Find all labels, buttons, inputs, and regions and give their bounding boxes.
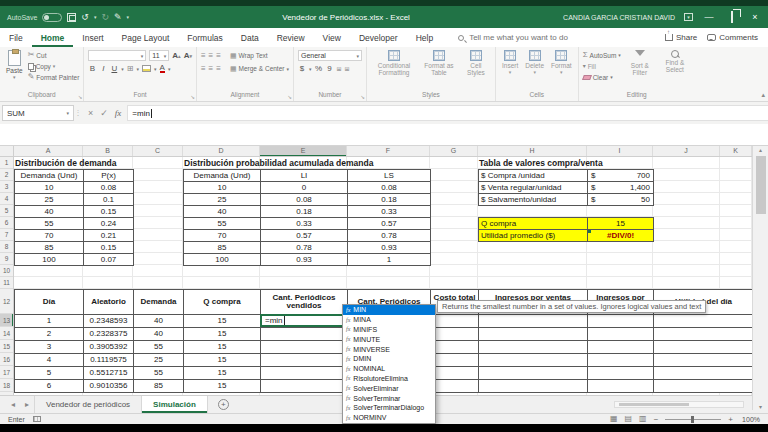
row-header-7[interactable]: 7: [0, 229, 13, 241]
simulacion-header-cell[interactable]: Cant. Periódicos vendidos: [261, 290, 348, 315]
valores-value-cell[interactable]: $50: [588, 194, 654, 206]
acumulada-cell[interactable]: 40: [184, 206, 261, 218]
resumen-label-cell[interactable]: Q compra: [479, 218, 588, 230]
simulacion-cell[interactable]: 0.1119575: [84, 354, 134, 367]
borders-icon[interactable]: ⊞: [127, 65, 134, 73]
acumulada-cell[interactable]: 70: [184, 230, 261, 242]
autocomplete-item-risolutoreelimina[interactable]: fxRisolutoreElimina: [343, 374, 435, 384]
demanda-cell[interactable]: 0.24: [84, 218, 134, 230]
ribbon-tab-data[interactable]: Data: [232, 28, 268, 47]
simulacion-cell[interactable]: 3: [15, 341, 84, 354]
row-header-11[interactable]: 11: [0, 277, 13, 289]
page-layout-view-icon[interactable]: ▤: [625, 415, 633, 423]
insert-cells-button[interactable]: Insert▾: [500, 49, 520, 77]
zoom-slider[interactable]: [665, 419, 721, 420]
ribbon-tab-help[interactable]: Help: [407, 28, 442, 47]
ribbon-tab-review[interactable]: Review: [268, 28, 314, 47]
valores-label-cell[interactable]: $ Venta regular/unidad: [479, 182, 588, 194]
demanda-cell[interactable]: 25: [15, 194, 84, 206]
acumulada-header-cell[interactable]: LS: [348, 170, 431, 182]
autocomplete-item-minute[interactable]: fxMINUTE: [343, 334, 435, 344]
number-format-combo[interactable]: General▾: [298, 50, 362, 61]
simulacion-header-cell[interactable]: Demanda: [134, 290, 184, 315]
resumen-value-cell[interactable]: #DIV/0!: [588, 230, 654, 242]
simulacion-cell[interactable]: [654, 367, 752, 380]
simulacion-cell[interactable]: 15: [184, 354, 261, 367]
name-box[interactable]: SUM▾: [2, 105, 74, 121]
acumulada-cell[interactable]: 0.78: [261, 242, 348, 254]
column-header-B[interactable]: B: [83, 146, 133, 156]
autocomplete-item-solverterminar[interactable]: fxSolverTerminar: [343, 393, 435, 403]
simulacion-cell[interactable]: [261, 354, 348, 367]
clipboard-dialog-launcher-icon[interactable]: ↘: [78, 94, 83, 100]
acumulada-cell[interactable]: 0.33: [348, 206, 431, 218]
tell-me-search[interactable]: Tell me what you want to do: [458, 33, 665, 42]
simulacion-cell[interactable]: [654, 315, 752, 328]
acumulada-cell[interactable]: 0.93: [348, 242, 431, 254]
ribbon-display-options-icon[interactable]: ▾: [684, 13, 693, 21]
simulacion-cell[interactable]: [588, 354, 654, 367]
simulacion-cell[interactable]: 0.2348593: [84, 315, 134, 328]
comma-style-icon[interactable]: 9: [325, 64, 333, 73]
demanda-cell[interactable]: 55: [15, 218, 84, 230]
simulacion-cell[interactable]: 15: [184, 380, 261, 393]
row-header-15[interactable]: 15: [0, 340, 13, 353]
find-select-button[interactable]: Find & Select: [659, 49, 691, 74]
select-all-corner[interactable]: [0, 146, 14, 157]
autocomplete-item-minverse[interactable]: fxMINVERSE: [343, 344, 435, 354]
acumulada-cell[interactable]: 0.33: [261, 218, 348, 230]
sheet-tab-vendedor-de-periódicos[interactable]: Vendedor de periódicos: [34, 396, 142, 413]
acumulada-cell[interactable]: 0.78: [348, 230, 431, 242]
format-as-table-button[interactable]: Format as Table: [420, 49, 458, 77]
sheet-nav-right-icon[interactable]: ▸: [20, 400, 34, 409]
sheet-nav-left-icon[interactable]: ◂: [6, 400, 20, 409]
column-header-C[interactable]: C: [133, 146, 183, 156]
simulacion-cell[interactable]: [431, 380, 479, 393]
acumulada-cell[interactable]: 1: [348, 254, 431, 266]
underline-caret-icon[interactable]: ▾: [121, 66, 124, 72]
undo-icon[interactable]: ↺: [81, 13, 89, 22]
simulacion-cell[interactable]: 2: [15, 328, 84, 341]
simulacion-cell[interactable]: 55: [134, 341, 184, 354]
simulacion-cell[interactable]: [261, 367, 348, 380]
ribbon-tab-insert[interactable]: Insert: [73, 28, 112, 47]
simulacion-cell[interactable]: 25: [134, 354, 184, 367]
cell-styles-button[interactable]: Cell Styles: [461, 49, 491, 77]
confirm-entry-icon[interactable]: ✓: [100, 108, 108, 118]
acumulada-cell[interactable]: 25: [184, 194, 261, 206]
font-size-combo[interactable]: 11▾: [149, 50, 169, 61]
column-header-D[interactable]: D: [183, 146, 260, 156]
column-header-G[interactable]: G: [430, 146, 478, 156]
wrap-text-button[interactable]: ▦Wrap Text: [230, 51, 268, 61]
decrease-decimal-icon[interactable]: ⊞: [345, 66, 350, 72]
pen-icon[interactable]: ✎: [114, 13, 122, 22]
restore-button[interactable]: [725, 12, 739, 22]
copy-button[interactable]: Copy▾: [28, 61, 80, 71]
grow-font-button[interactable]: A▴: [172, 51, 180, 60]
sort-filter-button[interactable]: Sort & Filter: [624, 49, 656, 77]
autosum-button[interactable]: ΣAutoSum▾: [583, 50, 621, 60]
simulacion-cell[interactable]: [431, 341, 479, 354]
font-color-icon[interactable]: A: [160, 64, 165, 73]
simulacion-header-cell[interactable]: Aleatorio: [84, 290, 134, 315]
acumulada-title[interactable]: Distribución probabilidad acumulada dema…: [184, 157, 373, 169]
simulacion-cell[interactable]: [588, 315, 654, 328]
simulacion-cell[interactable]: [654, 354, 752, 367]
acumulada-cell[interactable]: 10: [184, 182, 261, 194]
simulacion-cell[interactable]: [588, 380, 654, 393]
simulacion-cell[interactable]: 0.5512715: [84, 367, 134, 380]
page-break-view-icon[interactable]: ▥: [639, 415, 647, 423]
demanda-cell[interactable]: 70: [15, 230, 84, 242]
autocomplete-item-mina[interactable]: fxMINA: [343, 315, 435, 325]
macro-record-icon[interactable]: [33, 416, 41, 422]
simulacion-cell[interactable]: 40: [134, 328, 184, 341]
demanda-cell[interactable]: 0.21: [84, 230, 134, 242]
fill-color-icon[interactable]: [142, 65, 151, 72]
align-center-icon[interactable]: ≡: [209, 65, 214, 73]
currency-style-icon[interactable]: $: [298, 64, 306, 73]
scroll-up-icon[interactable]: ▴: [759, 146, 762, 153]
align-left-icon[interactable]: ≡: [201, 65, 206, 73]
acumulada-cell[interactable]: 85: [184, 242, 261, 254]
acumulada-cell[interactable]: 0.93: [261, 254, 348, 266]
simulacion-cell[interactable]: [479, 354, 588, 367]
